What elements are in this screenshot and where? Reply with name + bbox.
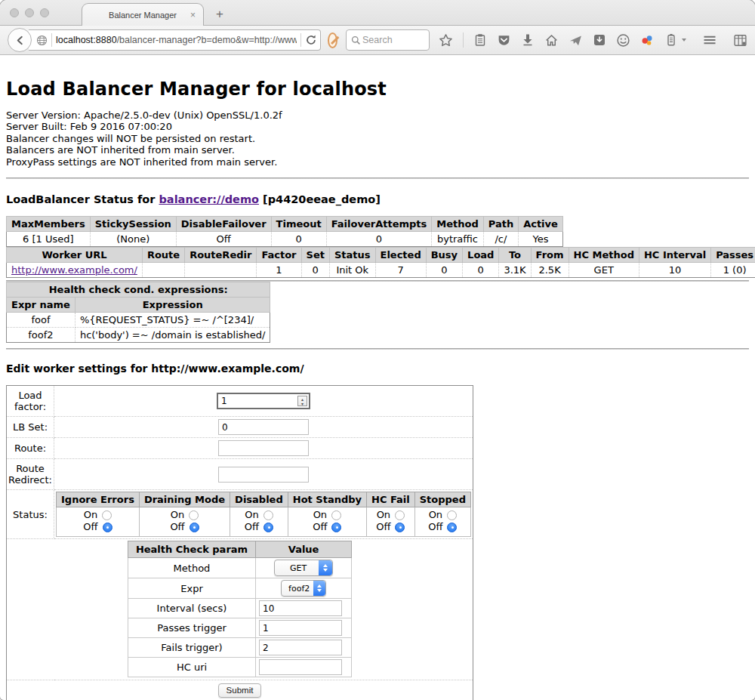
radio-stopped-on[interactable] bbox=[447, 510, 457, 520]
balancer-link[interactable]: balancer://demo bbox=[159, 193, 259, 205]
select-arrows-icon bbox=[313, 581, 325, 596]
radio-disabled-on[interactable] bbox=[263, 510, 273, 520]
blocked-content-icon[interactable] bbox=[328, 32, 337, 48]
divider bbox=[6, 348, 749, 350]
reload-icon[interactable] bbox=[305, 34, 317, 46]
radio-hot-standby-on[interactable] bbox=[331, 510, 341, 520]
column-header-path: Path bbox=[483, 217, 518, 232]
form-row-route: Route: bbox=[7, 438, 473, 459]
route-redirect-label: Route Redirect: bbox=[7, 459, 54, 490]
hc-uri-input[interactable] bbox=[259, 659, 342, 675]
health-check-param-table: Health Check param Value MethodGETExprfo… bbox=[128, 541, 352, 677]
column-header-hc-fail: HC Fail bbox=[367, 492, 415, 507]
zoom-window-button[interactable] bbox=[40, 8, 49, 17]
home-icon[interactable] bbox=[544, 33, 559, 48]
method-label: Method bbox=[128, 558, 255, 578]
form-row-route-redirect: Route Redirect: bbox=[7, 459, 473, 490]
column-header-busy: Busy bbox=[426, 248, 462, 263]
tab-bar: Balancer Manager × + bbox=[0, 0, 755, 26]
radio-hc-fail-on[interactable] bbox=[395, 510, 405, 520]
expr-table-title: Health check cond. expressions: bbox=[7, 282, 270, 298]
route-label: Route: bbox=[7, 438, 54, 459]
search-icon bbox=[351, 35, 361, 45]
close-window-button[interactable] bbox=[10, 8, 19, 17]
radio-ignore-errors-off[interactable] bbox=[103, 523, 112, 532]
back-button[interactable] bbox=[8, 28, 32, 52]
radio-stopped-off[interactable] bbox=[447, 523, 457, 532]
battery-icon[interactable] bbox=[664, 33, 678, 47]
bookmarks-clipboard-icon[interactable] bbox=[473, 33, 487, 47]
load-factor-input[interactable] bbox=[217, 393, 310, 409]
column-header-stopped: Stopped bbox=[414, 492, 470, 507]
table-cell: bytraffic bbox=[432, 232, 483, 247]
table-cell: 6 [1 Used] bbox=[7, 232, 91, 247]
search-input[interactable] bbox=[361, 34, 424, 46]
loadbalancer-status-heading: LoadBalancer Status for balancer://demo … bbox=[6, 193, 749, 205]
column-header-disablefailover: DisableFailover bbox=[176, 217, 271, 232]
hc-row-hc-uri: HC uri bbox=[128, 658, 351, 677]
interval-secs-label: Interval (secs) bbox=[128, 599, 255, 618]
table-row: foof%{REQUEST_STATUS} =~ /^[234]/ bbox=[7, 313, 270, 328]
column-header-method: Method bbox=[432, 217, 483, 232]
divider bbox=[6, 177, 749, 179]
send-plane-icon[interactable] bbox=[569, 33, 583, 48]
search-box[interactable] bbox=[346, 29, 430, 51]
apps-grid-icon[interactable] bbox=[733, 33, 747, 48]
table-cell: 0 bbox=[326, 232, 432, 247]
edit-worker-heading: Edit worker settings for http://www.exam… bbox=[6, 362, 749, 375]
pocket-icon[interactable] bbox=[497, 33, 511, 48]
form-row-load-factor: Load factor:▴▾ bbox=[7, 386, 473, 417]
table-cell bbox=[185, 263, 257, 278]
table-cell: /c/ bbox=[483, 232, 518, 247]
radio-label: On bbox=[245, 509, 258, 521]
page-title: Load Balancer Manager for localhost bbox=[6, 79, 749, 100]
color-dots-icon[interactable] bbox=[640, 33, 655, 48]
status-table: Ignore ErrorsDraining ModeDisabledHot St… bbox=[56, 492, 471, 537]
menu-hamburger-icon[interactable] bbox=[702, 33, 717, 47]
table-cell: Init Ok bbox=[329, 263, 375, 278]
status-row: Status: Ignore ErrorsDraining ModeDisabl… bbox=[7, 490, 473, 539]
table-cell: GET bbox=[569, 263, 639, 278]
download-icon[interactable] bbox=[521, 33, 535, 47]
new-tab-button[interactable]: + bbox=[216, 7, 223, 22]
route-redirect-input[interactable] bbox=[218, 467, 309, 483]
dropdown-caret-icon[interactable] bbox=[682, 39, 686, 42]
radio-disabled-off[interactable] bbox=[263, 523, 273, 532]
lb-set-input[interactable] bbox=[218, 419, 309, 435]
tab-balancer-manager[interactable]: Balancer Manager × bbox=[82, 3, 204, 26]
submit-button[interactable]: Submit bbox=[218, 683, 262, 698]
radio-ignore-errors-on[interactable] bbox=[102, 510, 112, 520]
balancer-table: MaxMembersStickySessionDisableFailoverTi… bbox=[6, 216, 563, 247]
fails-trigger-input[interactable] bbox=[259, 640, 342, 655]
health-check-row: Health Check param Value MethodGETExprfo… bbox=[7, 539, 473, 680]
column-header-failoverattempts: FailoverAttempts bbox=[326, 217, 432, 232]
url-bar[interactable]: localhost:8880/balancer-manager?b=demo&w… bbox=[29, 29, 321, 51]
method-select[interactable]: GET bbox=[274, 560, 333, 576]
bookmark-star-icon[interactable] bbox=[439, 33, 453, 48]
window-controls[interactable] bbox=[10, 8, 49, 17]
minimize-window-button[interactable] bbox=[25, 8, 34, 17]
smiley-icon[interactable] bbox=[616, 33, 630, 48]
radio-label: Off bbox=[313, 521, 327, 533]
radio-hot-standby-off[interactable] bbox=[331, 523, 341, 532]
table-cell: (None) bbox=[90, 232, 176, 247]
radio-draining-mode-off[interactable] bbox=[190, 523, 199, 532]
hc-uri-label: HC uri bbox=[128, 658, 255, 677]
hc-row-fails-trigger: Fails trigger) bbox=[128, 638, 351, 658]
url-text[interactable]: localhost:8880/balancer-manager?b=demo&w… bbox=[56, 35, 297, 45]
column-header-to: To bbox=[499, 248, 531, 263]
close-tab-icon[interactable]: × bbox=[190, 10, 196, 20]
route-input[interactable] bbox=[218, 440, 309, 456]
number-stepper-icon[interactable]: ▴▾ bbox=[297, 396, 307, 406]
worker-url-link[interactable]: http://www.example.com/ bbox=[11, 264, 137, 276]
passes-trigger-input[interactable] bbox=[259, 620, 342, 636]
table-cell: 2.5K bbox=[531, 263, 569, 278]
hc-value-header: Value bbox=[256, 541, 352, 558]
reader-square-icon[interactable] bbox=[593, 33, 606, 47]
radio-label: On bbox=[84, 509, 97, 521]
radio-hc-fail-off[interactable] bbox=[395, 523, 405, 532]
expr-select[interactable]: foof2 bbox=[281, 580, 326, 597]
interval-secs-input[interactable] bbox=[259, 600, 342, 616]
radio-draining-mode-on[interactable] bbox=[189, 510, 199, 520]
select-arrows-icon bbox=[319, 560, 332, 575]
